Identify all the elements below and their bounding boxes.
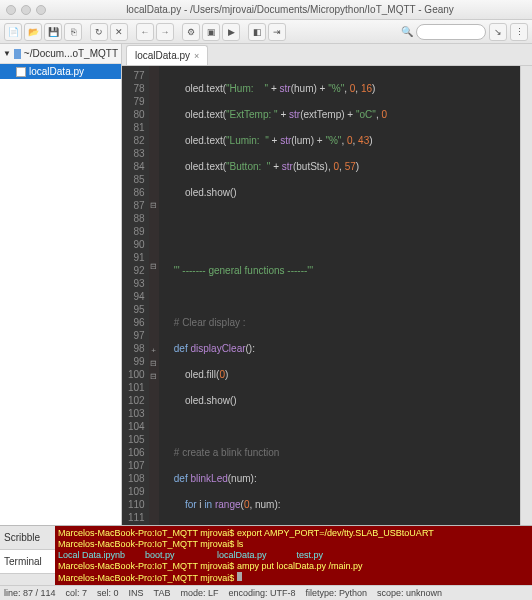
status-mode: mode: LF	[180, 588, 218, 598]
status-filetype: filetype: Python	[306, 588, 368, 598]
status-sel: sel: 0	[97, 588, 119, 598]
status-scope: scope: unknown	[377, 588, 442, 598]
maximize-window-icon[interactable]	[36, 5, 46, 15]
vertical-scrollbar[interactable]	[520, 66, 532, 525]
back-button[interactable]: ←	[136, 23, 154, 41]
build-button[interactable]: ▣	[202, 23, 220, 41]
folder-icon	[14, 49, 21, 59]
status-bar: line: 87 / 114 col: 7 sel: 0 INS TAB mod…	[0, 585, 532, 600]
chevron-down-icon: ▼	[3, 49, 11, 58]
bottom-tab-bar: Scribble Terminal	[0, 526, 55, 585]
file-icon	[16, 67, 26, 77]
folder-label: ~/Docum...oT_MQTT	[24, 48, 118, 59]
status-col: col: 7	[66, 588, 88, 598]
reload-button[interactable]: ↻	[90, 23, 108, 41]
search-input[interactable]	[416, 24, 486, 40]
close-icon[interactable]: ×	[194, 51, 199, 61]
minimize-window-icon[interactable]	[21, 5, 31, 15]
sidebar-folder[interactable]: ▼ ~/Docum...oT_MQTT	[0, 44, 121, 64]
sidebar: ▼ ~/Docum...oT_MQTT localData.py	[0, 44, 122, 525]
indent-button[interactable]: ⇥	[268, 23, 286, 41]
status-encoding: encoding: UTF-8	[228, 588, 295, 598]
compile-button[interactable]: ⚙	[182, 23, 200, 41]
tab-scribble[interactable]: Scribble	[0, 526, 55, 550]
line-gutter: 7778798081828384858687888990919293949596…	[122, 66, 149, 525]
save-button[interactable]: 💾	[44, 23, 62, 41]
terminal-cursor	[237, 572, 242, 581]
sidebar-file[interactable]: localData.py	[0, 64, 121, 79]
tab-label: localData.py	[135, 50, 190, 61]
goto-button[interactable]: ↘	[489, 23, 507, 41]
color-button[interactable]: ◧	[248, 23, 266, 41]
sidebar-file-label: localData.py	[29, 66, 84, 77]
prefs-button[interactable]: ⋮	[510, 23, 528, 41]
save-all-button[interactable]: ⎘	[64, 23, 82, 41]
status-ins: INS	[129, 588, 144, 598]
close-window-icon[interactable]	[6, 5, 16, 15]
fold-column[interactable]: ⊟⊟+⊟⊟	[149, 66, 159, 525]
open-file-button[interactable]: 📂	[24, 23, 42, 41]
tab-localdata[interactable]: localData.py ×	[126, 45, 208, 65]
forward-button[interactable]: →	[156, 23, 174, 41]
search-icon: 🔍	[401, 26, 413, 37]
close-button[interactable]: ✕	[110, 23, 128, 41]
title-bar: localData.py - /Users/mjrovai/Documents/…	[0, 0, 532, 20]
new-file-button[interactable]: 📄	[4, 23, 22, 41]
status-line: line: 87 / 114	[4, 588, 56, 598]
tab-bar: localData.py ×	[122, 44, 532, 66]
window-title: localData.py - /Users/mjrovai/Documents/…	[54, 4, 526, 15]
terminal-panel[interactable]: Marcelos-MacBook-Pro:IoT_MQTT mjrovai$ e…	[55, 526, 532, 585]
main-toolbar: 📄 📂 💾 ⎘ ↻ ✕ ← → ⚙ ▣ ▶ ◧ ⇥ 🔍 ↘ ⋮	[0, 20, 532, 44]
run-button[interactable]: ▶	[222, 23, 240, 41]
code-content[interactable]: oled.text("Hum: " + str(hum) + "%", 0, 1…	[159, 66, 520, 525]
status-tab: TAB	[154, 588, 171, 598]
code-editor[interactable]: 7778798081828384858687888990919293949596…	[122, 66, 532, 525]
tab-terminal[interactable]: Terminal	[0, 550, 55, 574]
